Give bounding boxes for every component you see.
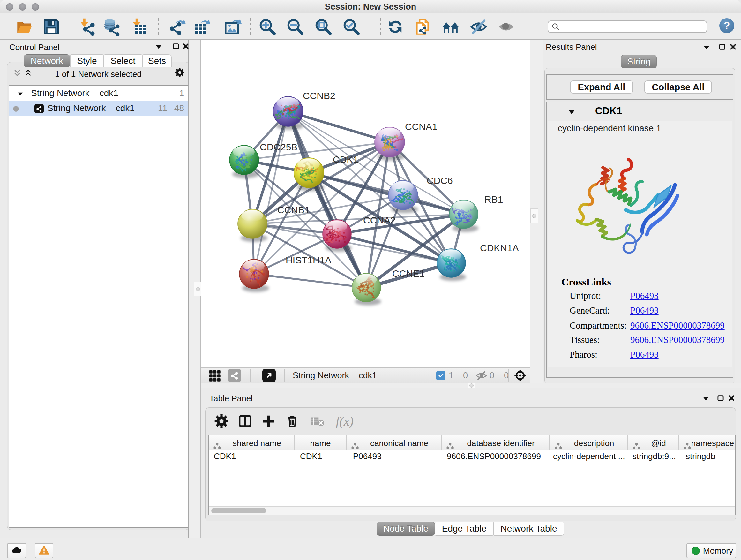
table-scrollbar-thumb[interactable] [211,508,266,513]
tab-style[interactable]: Style [70,54,104,67]
gene-section-expander-icon[interactable] [568,108,577,117]
right-splitter-grip[interactable] [530,208,538,223]
open-file-button[interactable] [15,17,35,37]
show-graphics-details-button[interactable] [496,17,516,37]
expand-all-button[interactable]: Expand All [570,80,633,94]
network-node-CCNE1[interactable] [352,273,381,306]
zoom-in-button[interactable] [258,17,277,37]
network-node-CCNA2[interactable] [323,220,352,252]
birdseye-toggle-icon[interactable] [514,369,527,382]
network-row[interactable]: String Network – cdk1 11 48 [9,101,188,116]
control-panel-maximize-icon[interactable] [172,42,180,51]
results-panel-float-icon[interactable] [702,43,711,51]
column-header-canonical-name[interactable]: canonical name [347,435,442,450]
zoom-selected-button[interactable] [341,17,361,37]
tab-network-table[interactable]: Network Table [493,522,564,536]
table-add-column-icon[interactable] [260,412,278,430]
node-label-CCNB2: CCNB2 [303,90,335,101]
table-delete-column-icon[interactable] [283,412,301,430]
results-panel-maximize-icon[interactable] [718,43,726,51]
network-edge[interactable] [254,111,288,274]
tab-string[interactable]: String [621,55,657,69]
left-splitter-grip[interactable] [194,282,202,296]
collapse-all-button[interactable]: Collapse All [644,80,712,94]
open-in-new-window-icon[interactable] [262,369,276,382]
memory-button[interactable]: Memory [686,543,736,558]
results-panel-close-icon[interactable] [729,43,737,51]
collapse-all-networks-icon[interactable] [12,68,22,78]
cloud-status-button[interactable] [7,543,26,558]
collection-expander-icon[interactable] [17,90,24,98]
search-box[interactable] [548,20,707,33]
network-node-CCNB1[interactable] [238,209,267,242]
birdseye-grid-icon[interactable] [208,369,221,382]
import-network-database-button[interactable] [102,17,121,37]
export-image-button[interactable] [223,17,243,37]
table-panel-close-icon[interactable] [727,394,736,402]
hidden-eye-icon[interactable] [475,369,487,382]
column-header--id[interactable]: @id [628,435,679,450]
table-column-selector-icon[interactable] [236,412,254,430]
network-node-CCNA1[interactable] [375,127,406,161]
column-header-name[interactable]: name [295,435,347,450]
table-panel-float-icon[interactable] [702,394,710,402]
expand-all-networks-icon[interactable] [23,68,33,78]
zoom-out-button[interactable] [285,17,305,37]
zoom-fit-button[interactable] [313,17,333,37]
network-node-RB1[interactable] [445,200,479,232]
tab-select[interactable]: Select [104,54,142,67]
network-share-icon[interactable] [228,369,241,382]
export-table-button[interactable] [192,17,212,37]
network-node-CDC6[interactable] [388,180,418,213]
tab-network[interactable]: Network [23,54,70,67]
crosslink-link[interactable]: P06493 [630,291,659,301]
node-table[interactable]: shared namenamecanonical namedatabase id… [208,435,736,515]
tab-edge-table[interactable]: Edge Table [435,522,493,536]
table-row[interactable]: CDK1CDK1P064939606.ENSP00000378699cyclin… [209,450,736,462]
search-input[interactable] [560,22,706,31]
export-network-button[interactable] [167,17,187,37]
clone-network-button[interactable] [413,17,432,37]
network-node-CDC25B[interactable] [229,145,259,178]
network-edge[interactable] [254,274,366,288]
table-horizontal-scrollbar[interactable] [209,506,735,515]
network-node-HIST1H1A[interactable] [239,259,269,292]
tab-sets[interactable]: Sets [142,54,172,67]
network-node-CDKN1A[interactable] [435,249,468,281]
table-options-gear-icon[interactable] [212,412,230,430]
save-session-button[interactable] [42,17,61,37]
selected-checkbox-icon[interactable] [436,369,446,382]
column-header-namespace[interactable]: namespace [679,435,736,450]
right-splitter[interactable] [530,40,542,383]
network-collection-row[interactable]: String Network – cdk1 1 [9,86,188,101]
column-header-database-identifier[interactable]: database identifier [442,435,550,450]
table-delete-table-icon[interactable] [308,412,326,430]
bottom-splitter[interactable] [201,383,741,388]
left-splitter[interactable] [188,40,201,538]
network-edge[interactable] [288,111,390,142]
gene-section-header[interactable]: CDK1 [547,102,733,121]
hide-selected-button[interactable] [469,17,488,37]
network-options-gear-icon[interactable] [175,67,185,78]
tab-node-table[interactable]: Node Table [377,522,435,536]
show-all-button[interactable] [441,17,461,37]
control-panel-close-icon[interactable] [182,42,190,51]
control-panel-float-icon[interactable] [154,43,163,51]
crosslink-link[interactable]: 9606.ENSP00000378699 [630,334,725,345]
import-network-file-button[interactable] [77,17,97,37]
help-button[interactable]: ? [719,18,734,33]
crosslink-link[interactable]: 9606.ENSP00000378699 [630,320,725,331]
column-header-description[interactable]: description [550,435,628,450]
crosslink-link[interactable]: P06493 [630,349,659,360]
network-node-CDK1[interactable] [293,158,324,191]
column-header-shared-name[interactable]: shared name [209,435,295,450]
network-canvas[interactable]: CCNB2CCNA1CDC25BCDK1CDC6RB1CCNB1CCNA2CDK… [201,40,530,367]
warnings-button[interactable] [35,543,53,558]
network-edge[interactable] [254,142,390,274]
table-function-builder-icon[interactable]: f(x) [336,412,354,430]
table-panel-maximize-icon[interactable] [717,394,725,402]
bottom-splitter-grip[interactable] [468,383,475,388]
crosslink-link[interactable]: P06493 [630,305,659,316]
import-table-file-button[interactable] [130,17,149,37]
refresh-button[interactable] [386,17,405,37]
